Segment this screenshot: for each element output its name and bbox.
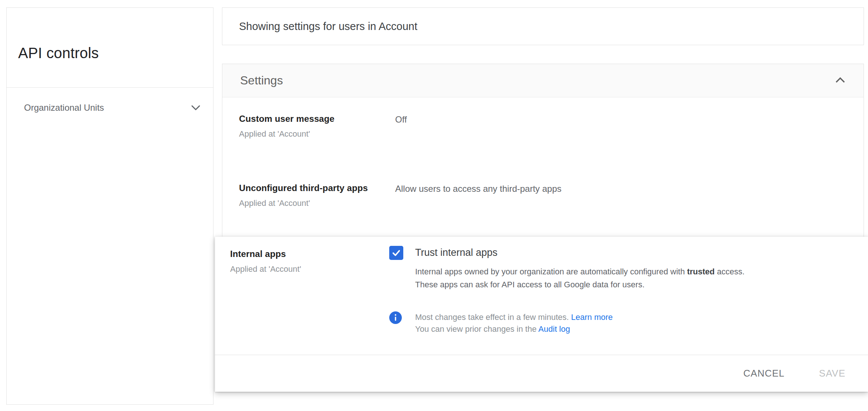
internal-apps-controls: Trust internal apps Internal apps owned …	[389, 246, 868, 335]
info-text: Most changes take effect in a few minute…	[415, 311, 613, 335]
learn-more-link[interactable]: Learn more	[571, 313, 613, 322]
description-text: Internal apps owned by your organization…	[415, 267, 687, 276]
scope-header-text: Showing settings for users in Account	[239, 20, 417, 33]
description-bold-text: trusted	[687, 267, 715, 276]
trust-internal-apps-row: Trust internal apps Internal apps owned …	[389, 246, 868, 291]
trust-internal-apps-description: Internal apps owned by your organization…	[415, 265, 744, 291]
setting-value: Allow users to access any third-party ap…	[395, 183, 562, 208]
check-icon	[391, 248, 401, 258]
trust-internal-apps-checkbox[interactable]	[389, 246, 403, 260]
setting-row-unconfigured-third-party-apps[interactable]: Unconfigured third-party apps Applied at…	[222, 167, 864, 236]
dialog-actions: CANCEL SAVE	[215, 355, 868, 392]
info-line2-text: You can view prior changes in the	[415, 324, 536, 334]
organizational-units-label: Organizational Units	[24, 103, 104, 113]
sidebar-item-organizational-units[interactable]: Organizational Units	[7, 88, 213, 113]
cancel-button[interactable]: CANCEL	[743, 368, 784, 379]
applied-at-label: Applied at 'Account'	[239, 198, 395, 208]
setting-row-main: Custom user message Applied at 'Account'	[239, 114, 395, 139]
setting-label: Custom user message	[239, 114, 395, 124]
settings-section-header: Settings	[222, 64, 864, 97]
chevron-down-icon	[191, 105, 201, 111]
setting-panel-internal-apps: Internal apps Applied at 'Account' Trust…	[215, 237, 868, 392]
info-line-2: You can view prior changes in the Audit …	[415, 323, 613, 335]
setting-value: Off	[395, 114, 407, 139]
collapse-section-button[interactable]	[833, 75, 847, 86]
info-note: Most changes take effect in a few minute…	[389, 311, 868, 335]
info-line-1: Most changes take effect in a few minute…	[415, 311, 613, 323]
page-title: API controls	[18, 45, 99, 61]
setting-row-main: Unconfigured third-party apps Applied at…	[239, 183, 395, 208]
sidebar-header: API controls	[7, 8, 213, 88]
trust-internal-apps-content: Trust internal apps Internal apps owned …	[415, 246, 744, 291]
setting-row-main: Internal apps Applied at 'Account'	[230, 246, 389, 335]
settings-section-title: Settings	[240, 74, 283, 87]
internal-apps-body: Internal apps Applied at 'Account' Trust…	[215, 237, 868, 335]
settings-section: Settings Custom user message Applied at …	[222, 64, 864, 244]
save-button[interactable]: SAVE	[819, 368, 845, 379]
chevron-up-icon	[835, 79, 846, 84]
scope-header: Showing settings for users in Account	[222, 7, 864, 45]
applied-at-label: Applied at 'Account'	[230, 264, 389, 274]
trust-internal-apps-label[interactable]: Trust internal apps	[415, 247, 744, 258]
applied-at-label: Applied at 'Account'	[239, 129, 395, 139]
info-icon	[389, 311, 402, 324]
internal-apps-label: Internal apps	[230, 249, 389, 259]
setting-row-custom-user-message[interactable]: Custom user message Applied at 'Account'…	[222, 97, 864, 167]
setting-label: Unconfigured third-party apps	[239, 183, 395, 193]
api-controls-sidebar: API controls Organizational Units	[6, 7, 213, 405]
audit-log-link[interactable]: Audit log	[538, 324, 570, 334]
description-text: access.	[715, 267, 745, 276]
info-line1-text: Most changes take effect in a few minute…	[415, 313, 569, 322]
description-line2: These apps can ask for API access to all…	[415, 278, 744, 291]
api-controls-page: API controls Organizational Units Showin…	[0, 0, 868, 411]
